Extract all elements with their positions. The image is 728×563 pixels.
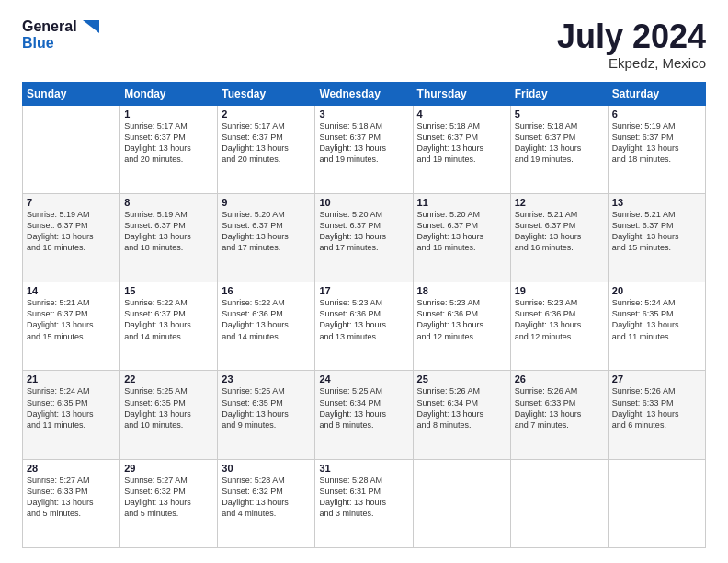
table-row: 4Sunrise: 5:18 AMSunset: 6:37 PMDaylight… [413, 105, 510, 193]
cell-text-line: Sunset: 6:37 PM [27, 308, 116, 319]
col-sunday: Sunday [23, 82, 120, 105]
cell-text-line: Sunrise: 5:18 AM [319, 121, 408, 132]
cell-text-line: Sunrise: 5:24 AM [27, 385, 116, 396]
day-number: 21 [27, 373, 116, 385]
cell-text-line: Daylight: 13 hours [27, 408, 116, 419]
cell-text-line: Sunset: 6:31 PM [319, 486, 408, 497]
cell-text-line: Daylight: 13 hours [124, 408, 213, 419]
cell-text-line: Daylight: 13 hours [319, 497, 408, 508]
table-row: 17Sunrise: 5:23 AMSunset: 6:36 PMDayligh… [315, 282, 413, 371]
cell-text-line: and 18 minutes. [124, 242, 213, 253]
cell-text-line: Sunset: 6:33 PM [612, 397, 701, 408]
svg-marker-0 [83, 20, 99, 33]
cell-text-line: Sunset: 6:37 PM [124, 308, 213, 319]
cell-text-line: Daylight: 13 hours [417, 319, 506, 330]
cell-text-line: Sunrise: 5:22 AM [222, 297, 311, 308]
cell-text-line: and 13 minutes. [319, 331, 408, 342]
table-row: 10Sunrise: 5:20 AMSunset: 6:37 PMDayligh… [315, 193, 413, 282]
cell-text-line: Daylight: 13 hours [222, 143, 311, 154]
cell-text-line: Sunset: 6:34 PM [417, 397, 506, 408]
table-row: 28Sunrise: 5:27 AMSunset: 6:33 PMDayligh… [23, 459, 120, 547]
day-number: 8 [124, 197, 213, 208]
col-tuesday: Tuesday [218, 82, 315, 105]
cell-text-line: Sunset: 6:37 PM [612, 220, 701, 231]
cell-text-line: and 15 minutes. [612, 242, 701, 253]
cell-text-line: and 5 minutes. [124, 508, 213, 519]
calendar-table: Sunday Monday Tuesday Wednesday Thursday… [22, 82, 706, 548]
cell-text-line: Sunrise: 5:26 AM [612, 385, 701, 396]
table-row [413, 459, 510, 547]
cell-text-line: and 17 minutes. [319, 242, 408, 253]
cell-text-line: and 16 minutes. [515, 242, 604, 253]
cell-text-line: Sunrise: 5:22 AM [124, 297, 213, 308]
table-row: 14Sunrise: 5:21 AMSunset: 6:37 PMDayligh… [23, 282, 120, 371]
table-row: 8Sunrise: 5:19 AMSunset: 6:37 PMDaylight… [120, 193, 218, 282]
cell-text-line: and 14 minutes. [222, 331, 311, 342]
cell-text-line: Sunrise: 5:21 AM [612, 209, 701, 220]
day-number: 20 [612, 285, 701, 296]
table-row: 5Sunrise: 5:18 AMSunset: 6:37 PMDaylight… [510, 105, 608, 193]
day-number: 29 [124, 463, 213, 474]
table-row: 27Sunrise: 5:26 AMSunset: 6:33 PMDayligh… [608, 371, 705, 459]
cell-text-line: and 6 minutes. [612, 419, 701, 431]
cell-text-line: Daylight: 13 hours [417, 408, 506, 419]
day-number: 30 [222, 463, 311, 474]
logo-chevron-icon [79, 20, 99, 33]
cell-text-line: Sunrise: 5:17 AM [222, 121, 311, 132]
cell-text-line: Daylight: 13 hours [222, 319, 311, 330]
cell-text-line: Daylight: 13 hours [222, 408, 311, 419]
cell-text-line: Sunset: 6:37 PM [319, 220, 408, 231]
calendar-week-row: 7Sunrise: 5:19 AMSunset: 6:37 PMDaylight… [23, 193, 706, 282]
day-number: 14 [27, 285, 116, 296]
cell-text-line: Sunset: 6:35 PM [222, 397, 311, 408]
day-number: 23 [222, 373, 311, 385]
cell-text-line: Sunset: 6:37 PM [222, 132, 311, 143]
cell-text-line: Sunset: 6:37 PM [417, 220, 506, 231]
cell-text-line: and 4 minutes. [222, 508, 311, 519]
subtitle: Ekpedz, Mexico [557, 55, 706, 71]
cell-text-line: Sunset: 6:32 PM [222, 486, 311, 497]
day-number: 22 [124, 373, 213, 385]
cell-text-line: Daylight: 13 hours [417, 143, 506, 154]
cell-text-line: and 3 minutes. [319, 508, 408, 519]
cell-text-line: Sunrise: 5:28 AM [222, 475, 311, 486]
cell-text-line: Sunset: 6:37 PM [319, 132, 408, 143]
day-number: 15 [124, 285, 213, 296]
cell-text-line: Daylight: 13 hours [124, 319, 213, 330]
cell-text-line: Daylight: 13 hours [319, 408, 408, 419]
cell-text-line: Sunset: 6:37 PM [27, 220, 116, 231]
col-friday: Friday [510, 82, 608, 105]
cell-text-line: Daylight: 13 hours [222, 231, 311, 242]
day-number: 17 [319, 285, 408, 296]
cell-text-line: and 8 minutes. [319, 419, 408, 431]
day-number: 18 [417, 285, 506, 296]
cell-text-line: Daylight: 13 hours [515, 143, 604, 154]
cell-text-line: Sunrise: 5:26 AM [515, 385, 604, 396]
table-row: 22Sunrise: 5:25 AMSunset: 6:35 PMDayligh… [120, 371, 218, 459]
table-row [510, 459, 608, 547]
cell-text-line: Sunrise: 5:17 AM [124, 121, 213, 132]
calendar-week-row: 21Sunrise: 5:24 AMSunset: 6:35 PMDayligh… [23, 371, 706, 459]
cell-text-line: Daylight: 13 hours [515, 319, 604, 330]
cell-text-line: and 11 minutes. [612, 331, 701, 342]
table-row: 26Sunrise: 5:26 AMSunset: 6:33 PMDayligh… [510, 371, 608, 459]
cell-text-line: and 14 minutes. [124, 331, 213, 342]
table-row: 20Sunrise: 5:24 AMSunset: 6:35 PMDayligh… [608, 282, 705, 371]
cell-text-line: Daylight: 13 hours [319, 143, 408, 154]
day-number: 13 [612, 197, 701, 208]
cell-text-line: Sunrise: 5:18 AM [515, 121, 604, 132]
cell-text-line: and 11 minutes. [27, 419, 116, 431]
day-number: 6 [612, 109, 701, 120]
table-row: 31Sunrise: 5:28 AMSunset: 6:31 PMDayligh… [315, 459, 413, 547]
table-row: 13Sunrise: 5:21 AMSunset: 6:37 PMDayligh… [608, 193, 705, 282]
cell-text-line: Sunset: 6:37 PM [515, 220, 604, 231]
cell-text-line: Sunrise: 5:21 AM [515, 209, 604, 220]
table-row: 15Sunrise: 5:22 AMSunset: 6:37 PMDayligh… [120, 282, 218, 371]
page: General Blue July 2024 Ekpedz, Mexico Su… [0, 0, 728, 563]
cell-text-line: Daylight: 13 hours [515, 231, 604, 242]
cell-text-line: and 18 minutes. [27, 242, 116, 253]
table-row: 9Sunrise: 5:20 AMSunset: 6:37 PMDaylight… [218, 193, 315, 282]
cell-text-line: Daylight: 13 hours [612, 319, 701, 330]
cell-text-line: and 10 minutes. [124, 419, 213, 431]
day-number: 9 [222, 197, 311, 208]
